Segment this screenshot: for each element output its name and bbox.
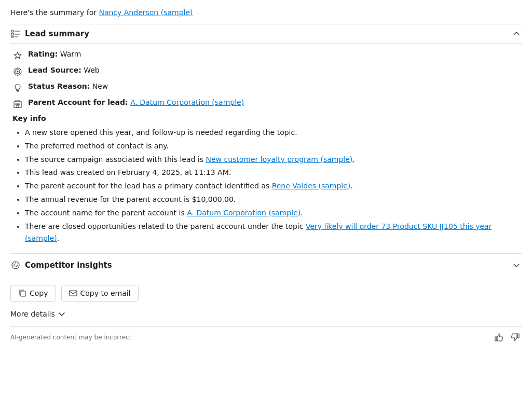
status-reason-row: Status Reason: New [10,82,522,93]
svg-rect-14 [16,104,17,105]
lead-summary-title: Lead summary [25,29,89,38]
svg-rect-17 [17,105,19,107]
email-icon [69,289,77,297]
account-name-link[interactable]: A. Datum Corporation (sample) [187,209,301,217]
copy-label: Copy [30,289,48,297]
lead-source-text: Lead Source: Web [28,66,100,74]
svg-point-8 [17,71,19,73]
svg-rect-0 [11,30,13,32]
competitor-insights-expand-button[interactable] [511,260,522,270]
list-item: The account name for the parent account … [25,207,522,220]
list-item: A new store opened this year, and follow… [25,127,522,139]
opportunity-link[interactable]: Very likely will order 73 Product SKU JJ… [25,222,492,243]
competitor-icon [10,260,21,270]
lead-summary-fields: Rating: Warm Lead Source: Web [10,50,522,109]
copy-button[interactable]: Copy [10,285,56,302]
list-item: The annual revenue for the parent accoun… [25,194,522,206]
footer-bar: AI-generated content may be incorrect [10,326,522,344]
more-details-label: More details [10,310,55,318]
competitor-insights-section: Competitor insights [10,253,522,277]
key-info-list: A new store opened this year, and follow… [12,127,522,245]
key-info-section: Key info A new store opened this year, a… [10,114,522,245]
parent-account-row: Parent Account for lead: A. Datum Corpor… [10,98,522,109]
list-item: The parent account for the lead has a pr… [25,180,522,193]
copy-to-email-button[interactable]: Copy to email [61,285,139,302]
thumbs-up-button[interactable] [493,331,505,344]
target-icon [12,66,23,77]
lightbulb-icon [12,83,23,93]
rating-text: Rating: Warm [28,50,81,58]
svg-point-20 [17,265,18,266]
lead-summary-header-left: Lead summary [10,29,89,39]
star-icon [12,50,23,61]
intro-line: Here's the summary for Nancy Anderson (s… [10,8,522,17]
thumbs-down-button[interactable] [509,331,522,344]
lead-summary-header: Lead summary [10,24,522,44]
list-item: There are closed opportunities related t… [25,221,522,245]
svg-rect-26 [517,334,519,338]
parent-account-link[interactable]: A. Datum Corporation (sample) [130,98,244,106]
action-buttons: Copy Copy to email [10,285,522,302]
campaign-link[interactable]: New customer loyalty program (sample) [206,155,352,163]
lead-summary-icon [10,29,21,39]
rating-row: Rating: Warm [10,50,522,61]
parent-account-text: Parent Account for lead: A. Datum Corpor… [28,98,244,106]
svg-point-19 [13,265,15,266]
intro-text: Here's the summary for [10,8,97,17]
status-reason-text: Status Reason: New [28,82,108,90]
svg-rect-25 [495,337,497,341]
svg-rect-15 [17,104,18,105]
lead-summary-collapse-button[interactable] [511,29,522,39]
svg-rect-16 [19,104,20,105]
list-item: The source campaign associated with this… [25,154,522,166]
svg-rect-23 [21,291,25,296]
svg-point-18 [12,262,19,269]
svg-rect-24 [70,291,77,296]
lead-source-row: Lead Source: Web [10,66,522,77]
svg-rect-1 [11,33,13,35]
contact-link[interactable]: Rene Valdes (sample) [272,182,351,190]
competitor-insights-title: Competitor insights [25,261,112,270]
copy-icon [18,289,26,297]
building-icon [12,99,23,109]
more-details-toggle[interactable]: More details [10,310,522,318]
more-details-chevron-icon [58,310,65,318]
person-link[interactable]: Nancy Anderson (sample) [99,8,193,17]
list-item: The preferred method of contact is any. [25,140,522,153]
ai-disclaimer: AI-generated content may be incorrect [10,334,131,341]
feedback-icons [493,331,522,344]
competitor-left: Competitor insights [10,260,112,270]
copy-to-email-label: Copy to email [80,289,131,297]
key-info-title: Key info [12,114,522,122]
svg-rect-2 [11,36,13,37]
list-item: This lead was created on February 4, 202… [25,167,522,179]
